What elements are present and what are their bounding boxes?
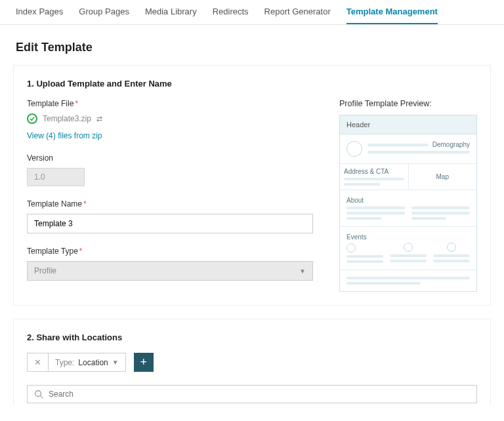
template-type-value: Profile: [34, 266, 56, 275]
svg-line-1: [41, 396, 43, 399]
filter-type-select[interactable]: Type: Location ▼: [49, 354, 125, 371]
preview-header: Header: [340, 115, 476, 134]
tab-index-pages[interactable]: Index Pages: [16, 7, 63, 24]
page-title: Edit Template: [0, 25, 504, 65]
template-type-select[interactable]: Profile ▼: [27, 261, 313, 281]
add-filter-button[interactable]: +: [134, 353, 154, 372]
search-box[interactable]: [27, 385, 477, 403]
tab-media-library[interactable]: Media Library: [145, 7, 197, 24]
preview-events-label: Events: [346, 233, 383, 241]
filter-type-value: Location: [78, 358, 108, 367]
tab-group-pages[interactable]: Group Pages: [79, 7, 129, 24]
preview-about-label: About: [346, 197, 470, 204]
template-file-label: Template File*: [27, 99, 313, 108]
avatar-placeholder-icon: [346, 141, 362, 157]
form-column: Template File* Template3.zip ⇄ View (4) …: [27, 99, 313, 292]
event-circle-icon: [346, 243, 356, 252]
tab-redirects[interactable]: Redirects: [213, 7, 249, 24]
filter-type-label: Type:: [55, 358, 74, 367]
preview-demography: Demography: [340, 134, 476, 164]
check-circle-icon: [27, 113, 37, 124]
tab-template-management[interactable]: Template Management: [346, 7, 438, 24]
view-files-link[interactable]: View (4) files from zip: [27, 131, 102, 140]
event-circle-icon: [404, 243, 413, 252]
template-name-label: Template Name*: [27, 199, 313, 209]
chevron-down-icon: ▼: [299, 268, 306, 275]
version-label: Version: [27, 153, 313, 163]
preview-address-cta-label: Address & CTA: [344, 168, 404, 175]
upload-template-card: 1. Upload Template and Enter Name Templa…: [13, 65, 491, 306]
remove-filter-button[interactable]: ✕: [28, 353, 49, 371]
preview-events: Events: [340, 227, 476, 270]
template-name-input[interactable]: [27, 214, 313, 233]
section1-heading: 1. Upload Template and Enter Name: [27, 79, 477, 89]
tab-report-generator[interactable]: Report Generator: [264, 7, 331, 24]
uploaded-file-row: Template3.zip ⇄: [27, 113, 313, 124]
top-tab-nav: Index Pages Group Pages Media Library Re…: [0, 0, 504, 25]
preview-address-map: Address & CTA Map: [340, 164, 476, 190]
shuffle-icon[interactable]: ⇄: [96, 115, 102, 123]
close-icon: ✕: [34, 357, 41, 367]
template-type-label: Template Type*: [27, 247, 313, 256]
version-input: 1.0: [27, 168, 85, 186]
preview-about: About: [340, 190, 476, 227]
filter-row: ✕ Type: Location ▼ +: [27, 353, 477, 372]
preview-demography-label: Demography: [432, 141, 470, 148]
location-filter-chip: ✕ Type: Location ▼: [27, 353, 126, 372]
chevron-down-icon: ▼: [112, 359, 119, 366]
share-locations-card: 2. Share with Locations ✕ Type: Location…: [13, 319, 491, 406]
svg-point-0: [35, 391, 41, 397]
preview-label: Profile Template Preview:: [339, 99, 477, 108]
plus-icon: +: [140, 355, 147, 369]
preview-footer: [340, 270, 476, 291]
event-circle-icon: [447, 243, 456, 252]
preview-box: Header Demography: [339, 115, 477, 292]
section2-heading: 2. Share with Locations: [27, 332, 477, 342]
preview-column: Profile Template Preview: Header Demogra…: [339, 99, 477, 292]
uploaded-file-name: Template3.zip: [43, 114, 91, 123]
preview-map-label: Map: [413, 173, 473, 180]
search-icon: [34, 390, 43, 399]
search-input[interactable]: [49, 390, 470, 399]
